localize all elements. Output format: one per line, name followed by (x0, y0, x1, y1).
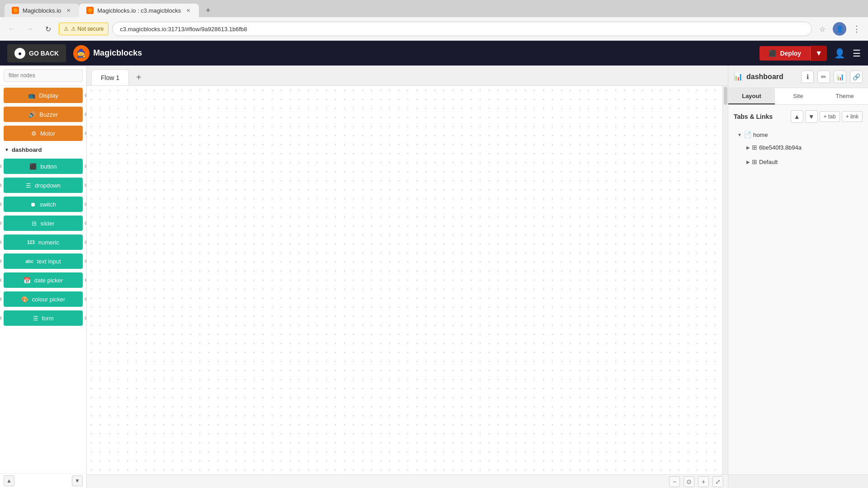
search-input[interactable] (4, 69, 83, 82)
canvas-zoom-reset-button[interactable]: ⊙ (684, 476, 694, 487)
tree-label-home: home (753, 131, 768, 138)
toolbar-hamburger-button[interactable]: ☰ (853, 48, 861, 59)
node-button-datepicker[interactable]: 📅 date picker (4, 272, 83, 288)
tab-2-close[interactable]: ✕ (184, 7, 192, 14)
node-port-right-switch (85, 202, 86, 206)
tree-row-6be540f3[interactable]: ▶ ⊞ 6be540f3.8b94a (743, 142, 863, 153)
node-button-textinput[interactable]: abc text input (4, 253, 83, 269)
tab-layout[interactable]: Layout (728, 88, 775, 104)
node-icon-button: ⬛ (29, 163, 37, 170)
url-bar[interactable]: c3.magicblocks.io:31713/#flow/9a928613.1… (112, 22, 812, 36)
node-port-right-button (85, 164, 86, 168)
node-item-form[interactable]: ☰ form (0, 309, 86, 328)
node-port-right-datepicker (85, 278, 86, 282)
node-button-dropdown[interactable]: ☰ dropdown (4, 178, 83, 193)
canvas-fit-button[interactable]: ⤢ (712, 476, 723, 487)
tabs-down-button[interactable]: ▼ (805, 110, 818, 123)
node-button-display[interactable]: 📺 Display (4, 88, 83, 103)
node-port-right-buzzer (85, 113, 86, 116)
node-item-motor[interactable]: ⚙ Motor (0, 124, 86, 143)
tree-row-home[interactable]: ▼ 📄 home (734, 129, 863, 140)
node-button-button[interactable]: ⬛ button (4, 159, 83, 174)
dashboard-chevron-icon: ▼ (5, 147, 9, 152)
tab-2[interactable]: 🟠 Magicblocks.io : c3.magicblocks ✕ (79, 4, 199, 17)
tabs-up-button[interactable]: ▲ (791, 110, 803, 123)
node-button-numeric[interactable]: 123 numeric (4, 235, 83, 250)
node-port-left-switch (0, 202, 2, 206)
node-item-buzzer[interactable]: 🔊 Buzzer (0, 105, 86, 124)
node-icon-numeric: 123 (27, 240, 35, 245)
security-warning: ⚠ ⚠ Not secure (59, 23, 108, 35)
sidebar-scroll-down[interactable]: ▼ (72, 475, 83, 486)
tab-1-close[interactable]: ✕ (65, 7, 72, 14)
panel-info-button[interactable]: ℹ (801, 70, 814, 83)
node-port-right-motor (85, 131, 86, 135)
dashboard-section-label: dashboard (12, 146, 42, 153)
tree-children-home: ▶ ⊞ 6be540f3.8b94a ▶ ⊞ Defau (734, 140, 863, 169)
canvas-zoom-in-button[interactable]: + (698, 476, 709, 487)
node-item-switch[interactable]: ⏺ switch (0, 195, 86, 214)
node-button-slider[interactable]: ⊟ slider (4, 216, 83, 231)
tab-site[interactable]: Site (775, 88, 821, 104)
right-panel-bottom (728, 474, 868, 488)
node-button-buzzer[interactable]: 🔊 Buzzer (4, 107, 83, 122)
bookmark-button[interactable]: ☆ (816, 22, 829, 36)
go-back-label: GO BACK (29, 50, 59, 57)
dashboard-section-header[interactable]: ▼ dashboard (0, 143, 86, 157)
node-button-colourpicker[interactable]: 🎨 colour picker (4, 291, 83, 307)
node-item-textinput[interactable]: abc text input (0, 252, 86, 271)
node-item-slider[interactable]: ⊟ slider (0, 214, 86, 233)
node-button-switch[interactable]: ⏺ switch (4, 197, 83, 212)
add-link-button[interactable]: + link (842, 111, 863, 122)
tree-chevron-home: ▼ (737, 132, 742, 137)
panel-chart-button[interactable]: 📊 (834, 70, 846, 83)
deploy-button[interactable]: ⬛ Deploy (760, 46, 810, 61)
tab-2-favicon: 🟠 (86, 7, 94, 14)
flow-vertical-scrollbar[interactable] (722, 86, 728, 474)
panel-tabs: Layout Site Theme (728, 88, 868, 105)
node-button-motor[interactable]: ⚙ Motor (4, 126, 83, 141)
tab-theme[interactable]: Theme (821, 88, 868, 104)
new-tab-button[interactable]: + (201, 4, 215, 17)
node-item-display[interactable]: 📺 Display (0, 86, 86, 105)
add-tab-button[interactable]: + tab (820, 111, 840, 122)
sidebar-scroll-up[interactable]: ▲ (4, 475, 14, 486)
tab-bar: 🟠 Magicblocks.io ✕ 🟠 Magicblocks.io : c3… (0, 0, 868, 17)
refresh-button[interactable]: ↻ (41, 22, 55, 36)
node-item-colourpicker[interactable]: 🎨 colour picker (0, 290, 86, 309)
go-back-button[interactable]: ● GO BACK (7, 44, 66, 62)
toolbar-user-button[interactable]: 👤 (834, 48, 845, 59)
node-label-textinput: text input (37, 258, 61, 265)
node-item-datepicker[interactable]: 📅 date picker (0, 271, 86, 290)
panel-link-button[interactable]: 🔗 (850, 70, 863, 83)
tree-row-default[interactable]: ▶ ⊞ Default (743, 156, 863, 167)
flow-tab-add-button[interactable]: + (131, 70, 146, 85)
node-item-numeric[interactable]: 123 numeric (0, 233, 86, 252)
flow-canvas-bottom: − ⊙ + ⤢ (87, 474, 728, 488)
node-item-button[interactable]: ⬛ button (0, 157, 86, 176)
right-panel: 📊 dashboard ℹ ✏ 📊 🔗 Layout Site Theme Ta… (728, 66, 868, 488)
node-item-dropdown[interactable]: ☰ dropdown (0, 176, 86, 195)
back-button[interactable]: ← (5, 22, 19, 36)
panel-content: Tabs & Links ▲ ▼ + tab + link ▼ (728, 105, 868, 176)
flow-tab-1[interactable]: Flow 1 (91, 70, 129, 85)
security-text: ⚠ Not secure (71, 26, 104, 32)
deploy-chevron-button[interactable]: ▼ (810, 46, 827, 61)
panel-edit-button[interactable]: ✏ (817, 70, 830, 83)
sidebar-scroll-arrows: ▲ ▼ (0, 473, 86, 488)
browser-menu-button[interactable]: ⋮ (850, 22, 863, 36)
sidebar: 📺 Display 🔊 Buzzer ⚙ Motor (0, 66, 87, 488)
canvas-zoom-out-button[interactable]: − (669, 476, 680, 487)
logo-text: Magicblocks (93, 48, 142, 58)
tab-1[interactable]: 🟠 Magicblocks.io ✕ (5, 4, 79, 17)
flow-scrollbar-thumb[interactable] (724, 87, 727, 105)
forward-button[interactable]: → (23, 22, 37, 36)
node-label-datepicker: date picker (34, 277, 63, 284)
panel-title: dashboard (746, 73, 797, 81)
warning-icon: ⚠ (64, 26, 69, 32)
node-label-form: form (42, 315, 54, 322)
node-button-form[interactable]: ☰ form (4, 310, 83, 326)
tree-item-default: ▶ ⊞ Default (743, 155, 863, 169)
flow-canvas[interactable] (87, 86, 722, 474)
user-avatar-button[interactable]: 👤 (833, 22, 846, 36)
